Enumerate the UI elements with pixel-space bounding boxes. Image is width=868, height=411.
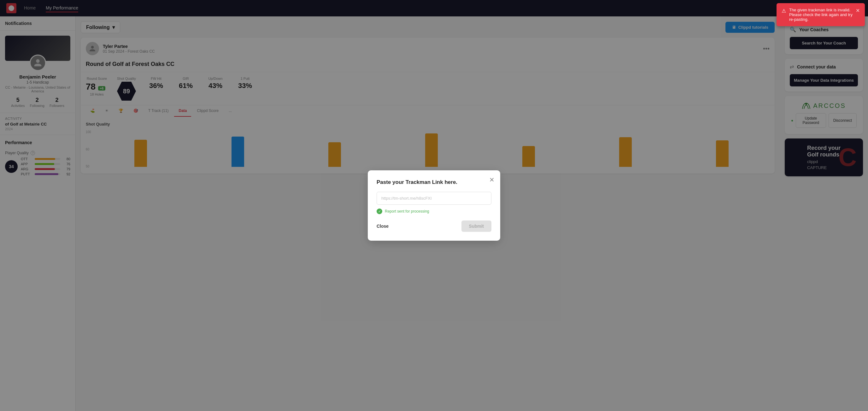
trackman-link-input[interactable] — [377, 192, 491, 205]
warning-icon: ⚠ — [782, 8, 786, 14]
modal-close-btn[interactable]: Close — [377, 224, 389, 229]
modal-actions: Close Submit — [377, 220, 491, 232]
toast-close-btn[interactable]: ✕ — [856, 7, 860, 13]
error-toast: ⚠ The given trackman link is invalid. Pl… — [777, 3, 865, 26]
toast-message: The given trackman link is invalid. Plea… — [789, 7, 852, 22]
success-checkmark-icon: ✓ — [377, 209, 382, 214]
modal-overlay[interactable]: Paste your Trackman Link here. ✕ ✓ Repor… — [0, 0, 868, 411]
success-text: Report sent for processing — [385, 209, 429, 214]
trackman-modal: Paste your Trackman Link here. ✕ ✓ Repor… — [368, 170, 500, 241]
modal-title: Paste your Trackman Link here. — [377, 179, 491, 186]
modal-close-x-btn[interactable]: ✕ — [489, 176, 495, 184]
modal-success-message: ✓ Report sent for processing — [377, 209, 491, 214]
modal-submit-btn[interactable]: Submit — [461, 220, 491, 232]
